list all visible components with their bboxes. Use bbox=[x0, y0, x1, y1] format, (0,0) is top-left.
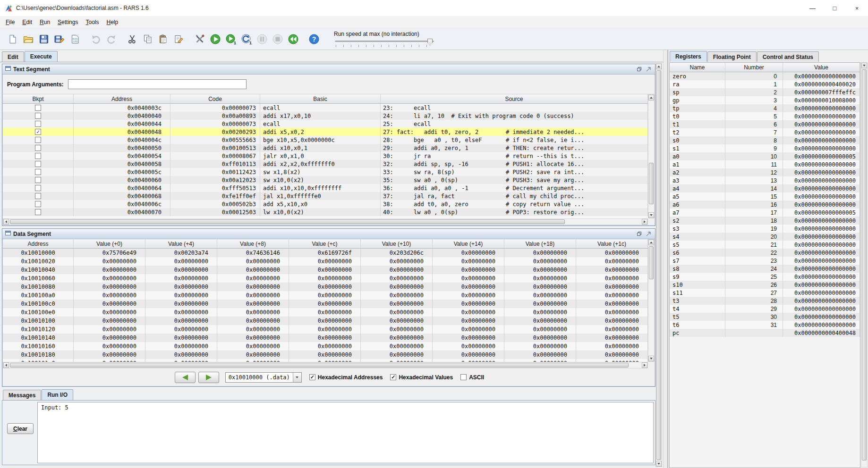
memory-value-cell[interactable]: 0x00000000 bbox=[433, 266, 504, 274]
memory-value-cell[interactable]: 0x00000000 bbox=[361, 351, 433, 359]
frame-restore-icon[interactable] bbox=[636, 230, 643, 237]
scrollbar-thumb[interactable] bbox=[10, 219, 565, 224]
breakpoint-checkbox[interactable] bbox=[35, 177, 41, 183]
memory-value-cell[interactable]: 0x00000000 bbox=[504, 257, 576, 266]
memory-value-cell[interactable]: 0x00000000 bbox=[145, 283, 217, 291]
breakpoint-checkbox[interactable] bbox=[35, 193, 41, 199]
memory-value-cell[interactable]: 0x00000000 bbox=[74, 351, 145, 359]
memory-value-cell[interactable]: 0x00000000 bbox=[433, 291, 504, 300]
memory-value-cell[interactable]: 0x00000000 bbox=[217, 342, 289, 351]
scroll-right-icon[interactable] bbox=[642, 219, 647, 225]
breakpoint-checkbox[interactable] bbox=[35, 105, 41, 111]
memory-value-cell[interactable]: 0x00000000 bbox=[576, 334, 648, 342]
registers-vscrollbar[interactable] bbox=[861, 62, 868, 468]
menu-help[interactable]: Help bbox=[102, 17, 122, 27]
register-value[interactable]: 0x0000000000000000 bbox=[783, 313, 860, 321]
memory-value-cell[interactable]: 0x00000000 bbox=[361, 266, 433, 274]
memory-value-cell[interactable]: 0x00000000 bbox=[433, 257, 504, 266]
memory-value-cell[interactable]: 0x00000000 bbox=[74, 308, 145, 317]
tab-messages[interactable]: Messages bbox=[3, 390, 41, 400]
memory-value-cell[interactable]: 0x00000000 bbox=[217, 351, 289, 359]
memory-value-cell[interactable]: 0x00000000 bbox=[361, 342, 433, 351]
memory-value-cell[interactable]: 0x00000000 bbox=[361, 325, 433, 334]
hexadecimal-addresses-checkbox[interactable]: ✓ bbox=[309, 374, 315, 380]
run-button[interactable] bbox=[207, 31, 223, 47]
memory-value-cell[interactable]: 0x00000000 bbox=[433, 300, 504, 308]
scroll-up-icon[interactable] bbox=[656, 64, 662, 69]
step-button[interactable]: 1 bbox=[223, 31, 238, 47]
scroll-right-icon[interactable] bbox=[642, 362, 647, 368]
register-value[interactable]: 0x0000000000000000 bbox=[783, 112, 860, 120]
memory-value-cell[interactable]: 0x00000000 bbox=[289, 283, 361, 291]
memory-value-cell[interactable]: 0x00000000 bbox=[433, 351, 504, 359]
option-hexadecimal-addresses[interactable]: ✓Hexadecimal Addresses bbox=[309, 374, 383, 381]
register-value[interactable]: 0x0000000000000000 bbox=[783, 241, 860, 249]
scroll-left-icon[interactable] bbox=[3, 362, 9, 368]
memory-value-cell[interactable]: 0x00000000 bbox=[289, 308, 361, 317]
breakpoint-checkbox[interactable] bbox=[35, 161, 41, 167]
memory-value-cell[interactable]: 0x00000000 bbox=[576, 325, 648, 334]
memory-value-cell[interactable]: 0x00000000 bbox=[576, 308, 648, 317]
scrollbar-thumb[interactable] bbox=[862, 69, 867, 460]
memory-value-cell[interactable]: 0x203d206c bbox=[361, 249, 433, 257]
memory-value-cell[interactable]: 0x00000000 bbox=[361, 317, 433, 325]
memory-value-cell[interactable]: 0x00000000 bbox=[145, 325, 217, 334]
option-ascii[interactable]: ASCII bbox=[460, 374, 484, 381]
register-value[interactable]: 0x0000000000000000 bbox=[783, 289, 860, 297]
memory-value-cell[interactable]: 0x00000000 bbox=[289, 342, 361, 351]
register-value[interactable]: 0x0000000000000000 bbox=[783, 265, 860, 273]
register-value[interactable]: 0x0000000000000000 bbox=[783, 233, 860, 241]
memory-value-cell[interactable]: 0x00000000 bbox=[504, 291, 576, 300]
data-segment-vscrollbar[interactable] bbox=[648, 239, 655, 362]
memory-value-cell[interactable]: 0x00000000 bbox=[433, 274, 504, 283]
register-value[interactable]: 0x0000000000000000 bbox=[783, 273, 860, 281]
memory-value-cell[interactable]: 0x00000000 bbox=[217, 308, 289, 317]
register-value[interactable]: 0x0000000000000000 bbox=[783, 128, 860, 136]
register-value[interactable]: 0x0000000000400048 bbox=[783, 329, 860, 337]
scroll-down-icon[interactable] bbox=[656, 461, 662, 467]
memory-value-cell[interactable]: 0x00000000 bbox=[576, 351, 648, 359]
memory-value-cell[interactable]: 0x00000000 bbox=[361, 291, 433, 300]
memory-value-cell[interactable]: 0x00000000 bbox=[504, 274, 576, 283]
register-value[interactable]: 0x0000000000000000 bbox=[783, 144, 860, 152]
memory-value-cell[interactable]: 0x00203a74 bbox=[145, 249, 217, 257]
copy-button[interactable] bbox=[140, 31, 155, 47]
memory-value-cell[interactable]: 0x00000000 bbox=[504, 308, 576, 317]
memory-value-cell[interactable]: 0x00000000 bbox=[289, 300, 361, 308]
reset-button[interactable] bbox=[285, 31, 301, 47]
memory-value-cell[interactable]: 0x74636146 bbox=[217, 249, 289, 257]
memory-value-cell[interactable]: 0x00000000 bbox=[289, 257, 361, 266]
option-hexadecimal-values[interactable]: ✓Hexadecimal Values bbox=[390, 374, 453, 381]
memory-value-cell[interactable]: 0x00000000 bbox=[145, 308, 217, 317]
memory-value-cell[interactable]: 0x00000000 bbox=[74, 283, 145, 291]
run-io-output[interactable]: Input: 5 bbox=[37, 402, 654, 463]
memory-value-cell[interactable]: 0x00000000 bbox=[145, 334, 217, 342]
memory-value-cell[interactable]: 0x00000000 bbox=[504, 317, 576, 325]
text-segment-hscrollbar[interactable] bbox=[3, 218, 648, 225]
register-value[interactable]: 0x0000000000000000 bbox=[783, 72, 860, 80]
memory-value-cell[interactable]: 0x00000000 bbox=[433, 317, 504, 325]
memory-value-cell[interactable]: 0x00000000 bbox=[145, 257, 217, 266]
breakpoint-checkbox[interactable] bbox=[35, 169, 41, 175]
menu-settings[interactable]: Settings bbox=[54, 17, 82, 27]
minimize-button[interactable]: — bbox=[801, 0, 824, 16]
memory-value-cell[interactable]: 0x00000000 bbox=[504, 249, 576, 257]
help-button[interactable]: ? bbox=[306, 31, 322, 47]
memory-value-cell[interactable]: 0x00000000 bbox=[74, 257, 145, 266]
memory-value-cell[interactable]: 0x00000000 bbox=[504, 283, 576, 291]
tab-execute[interactable]: Execute bbox=[25, 51, 58, 62]
memory-value-cell[interactable]: 0x00000000 bbox=[217, 317, 289, 325]
memory-value-cell[interactable]: 0x00000000 bbox=[145, 266, 217, 274]
backstep-button[interactable]: 1 bbox=[238, 31, 254, 47]
memory-value-cell[interactable]: 0x00000000 bbox=[576, 266, 648, 274]
dump-memory-button[interactable]: 01011101 bbox=[67, 31, 83, 47]
memory-value-cell[interactable]: 0x00000000 bbox=[504, 325, 576, 334]
memory-value-cell[interactable]: 0x00000000 bbox=[217, 291, 289, 300]
memory-value-cell[interactable]: 0x00000000 bbox=[217, 283, 289, 291]
memory-value-cell[interactable]: 0x00000000 bbox=[433, 308, 504, 317]
tab-run-i-o[interactable]: Run I/O bbox=[42, 389, 73, 400]
memory-value-cell[interactable]: 0x00000000 bbox=[361, 283, 433, 291]
menu-run[interactable]: Run bbox=[36, 17, 54, 27]
register-value[interactable]: 0x0000000000000000 bbox=[783, 257, 860, 265]
memory-value-cell[interactable]: 0x00000000 bbox=[504, 334, 576, 342]
